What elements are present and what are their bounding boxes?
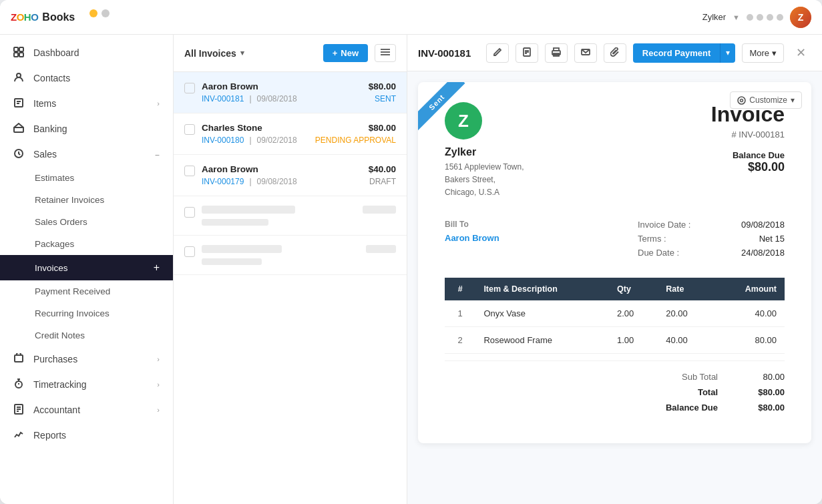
- gray-light: [101, 9, 110, 17]
- list-menu-button[interactable]: [375, 44, 396, 62]
- sidebar-label-timetracking: Timetracking: [33, 379, 87, 390]
- col-header-amount: Amount: [714, 278, 785, 300]
- invoice-checkbox-3[interactable]: [184, 166, 195, 176]
- sidebar-label-reports: Reports: [33, 430, 66, 441]
- items-icon: [13, 97, 25, 109]
- row2-description: Rosewood Frame: [475, 326, 609, 353]
- address-line3: Chicago, U.S.A: [445, 188, 499, 197]
- customize-icon: [737, 96, 746, 105]
- total-value: $80.00: [745, 387, 785, 397]
- sidebar-sub-sales-orders[interactable]: Sales Orders: [0, 211, 173, 233]
- invoice-date-sep-3: |: [249, 177, 251, 186]
- invoice-date-sep-2: |: [249, 136, 251, 145]
- close-button[interactable]: ✕: [791, 43, 811, 63]
- invoice-detail-id: INV-000181: [418, 47, 479, 59]
- record-payment-dropdown-button[interactable]: ▾: [720, 43, 735, 63]
- sidebar-sub-credit-notes[interactable]: Credit Notes: [0, 324, 173, 346]
- invoice-number-3: INV-000179: [202, 177, 244, 186]
- invoice-amount-3: $40.00: [369, 164, 396, 174]
- sidebar-sub-packages[interactable]: Packages: [0, 233, 173, 255]
- hamburger-icon: [381, 48, 390, 56]
- skeleton-row-2: [174, 236, 407, 275]
- new-invoice-button[interactable]: + New: [323, 44, 368, 62]
- invoice-item-3[interactable]: Aaron Brown INV-000179 | 09/08/2018 $40.…: [174, 155, 407, 196]
- sidebar-item-timetracking[interactable]: Timetracking ›: [0, 372, 173, 397]
- invoice-amount-1: $80.00: [369, 81, 396, 91]
- sidebar-item-sales[interactable]: Sales ‒: [0, 142, 173, 167]
- invoice-checkbox-2[interactable]: [184, 124, 195, 135]
- invoice-date-2: 09/02/2018: [257, 136, 297, 145]
- edit-button[interactable]: [486, 43, 509, 63]
- invoice-date-1: 09/08/2018: [257, 94, 297, 103]
- subtotal-row: Sub Total 80.00: [651, 372, 785, 382]
- pdf-button[interactable]: [516, 43, 538, 63]
- sidebar-label-banking: Banking: [33, 123, 67, 134]
- row1-qty: 2.00: [609, 300, 658, 327]
- customize-button[interactable]: Customize ▾: [730, 91, 802, 109]
- invoice-info-1: Aaron Brown INV-000181 | 09/08/2018: [202, 81, 362, 103]
- svg-rect-11: [15, 355, 23, 362]
- sidebar-sub-payment[interactable]: Payment Received: [0, 280, 173, 302]
- user-name: Zylker: [702, 12, 726, 22]
- more-label: More: [749, 48, 769, 58]
- invoice-list-header: All Invoices ▾ + New: [174, 35, 407, 72]
- sidebar-item-accountant[interactable]: Accountant ›: [0, 397, 173, 423]
- sidebar-sub-estimates[interactable]: Estimates: [0, 167, 173, 189]
- customize-chevron: ▾: [791, 95, 795, 105]
- sidebar-sub-retainer[interactable]: Retainer Invoices: [0, 189, 173, 211]
- record-payment-group: Record Payment ▾: [633, 43, 736, 63]
- all-invoices-dropdown[interactable]: All Invoices ▾: [184, 48, 244, 59]
- total-row: Total $80.00: [651, 387, 785, 397]
- sidebar-item-items[interactable]: Items ›: [0, 91, 173, 116]
- row1-rate: 20.00: [658, 300, 714, 327]
- sidebar-sub-invoices[interactable]: Invoices +: [0, 255, 173, 280]
- invoice-date-sep-1: |: [249, 94, 251, 103]
- invoice-item-1[interactable]: Aaron Brown INV-000181 | 09/08/2018 $80.…: [174, 72, 407, 113]
- invoice-status-2: PENDING APPROVAL: [315, 136, 396, 145]
- invoice-doc-top: Z Zylker 1561 Appleview Town, Bakers Str…: [445, 102, 785, 200]
- col-header-qty: Qty: [609, 278, 658, 300]
- bill-to-name[interactable]: Aaron Brown: [445, 233, 499, 243]
- dot3: [767, 14, 773, 21]
- sidebar-label-dashboard: Dashboard: [33, 47, 79, 58]
- svg-marker-9: [14, 123, 23, 128]
- skeleton-meta-1: [202, 219, 268, 226]
- sidebar-item-banking[interactable]: Banking: [0, 116, 173, 142]
- sidebar-sub-recurring[interactable]: Recurring Invoices: [0, 302, 173, 324]
- new-btn-label: New: [341, 48, 359, 58]
- dot-menu: [747, 14, 783, 21]
- banking-icon: [13, 123, 25, 135]
- sidebar-item-contacts[interactable]: Contacts: [0, 65, 173, 91]
- invoice-number-1: INV-000181: [202, 94, 244, 103]
- invoice-date-value: 09/08/2018: [741, 220, 785, 230]
- invoice-info-2: Charles Stone INV-000180 | 09/02/2018: [202, 123, 309, 145]
- invoice-checkbox-1[interactable]: [184, 83, 195, 93]
- balance-due-label: Balance Due: [711, 150, 785, 160]
- invoice-item-2[interactable]: Charles Stone INV-000180 | 09/02/2018 $8…: [174, 113, 407, 155]
- company-address: 1561 Appleview Town, Bakers Street, Chic…: [445, 161, 524, 200]
- sidebar-item-reports[interactable]: Reports: [0, 423, 173, 448]
- accountant-icon: [13, 404, 25, 416]
- yellow-light: [89, 9, 97, 17]
- attachment-button[interactable]: [604, 43, 626, 63]
- invoice-meta-right: Invoice Date : 09/08/2018 Terms : Net 15…: [638, 220, 785, 258]
- dot4: [777, 14, 783, 21]
- record-payment-button[interactable]: Record Payment: [633, 43, 721, 63]
- invoice-amount-2: $80.00: [315, 123, 396, 133]
- print-button[interactable]: [545, 43, 568, 63]
- table-row-2: 2 Rosewood Frame 1.00 40.00 80.00: [445, 326, 785, 353]
- sidebar-item-dashboard[interactable]: Dashboard: [0, 40, 173, 65]
- more-button[interactable]: More ▾: [742, 43, 784, 63]
- bill-to-section: Bill To Aaron Brown: [445, 220, 499, 258]
- sidebar-item-purchases[interactable]: Purchases ›: [0, 346, 173, 372]
- invoice-right-2: $80.00 PENDING APPROVAL: [315, 123, 396, 145]
- table-header-row: # Item & Description Qty Rate Amount: [445, 278, 785, 300]
- skeleton-amount-2: [366, 245, 396, 253]
- svg-rect-2: [14, 53, 18, 57]
- sidebar: Dashboard Contacts Items ›: [0, 35, 174, 504]
- timetracking-icon: [13, 379, 25, 391]
- email-button[interactable]: [574, 43, 597, 63]
- subtotal-label: Sub Total: [651, 372, 718, 382]
- row2-amount: 80.00: [714, 326, 785, 353]
- invoices-plus-icon[interactable]: +: [154, 262, 160, 274]
